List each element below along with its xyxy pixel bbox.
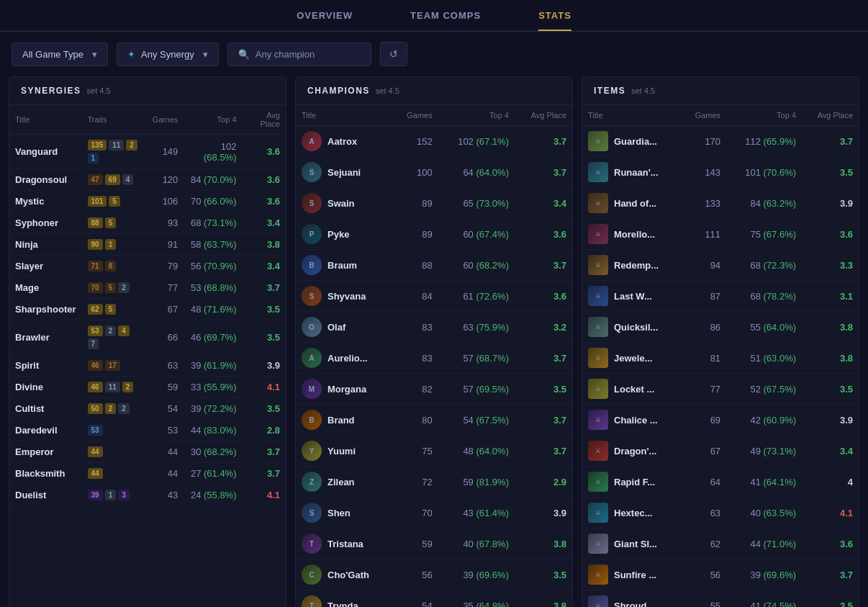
tab-team-comps[interactable]: TEAM COMPS [410,10,481,31]
champion-search[interactable]: 🔍 Any champion [227,42,371,66]
table-row[interactable]: ⚔Locket ...7752 (67.5%)3.5 [582,374,859,405]
table-row[interactable]: Ninja9019158 (63.7%)3.8 [9,234,286,256]
refresh-button[interactable]: ↺ [380,42,407,66]
avg-place: 3.9 [802,405,859,436]
trait-badge: 5 [109,196,120,207]
table-row[interactable]: PPyke8960 (67.4%)3.6 [296,219,572,250]
trait-badge: 7 [88,338,99,349]
item-name: Guardia... [614,136,657,147]
table-row[interactable]: Mystic101510670 (66.0%)3.6 [9,191,286,212]
table-row[interactable]: YYuumi7548 (64.0%)3.7 [296,436,572,467]
games-count: 106 [147,191,184,212]
table-row[interactable]: Dragonsoul4769412084 (70.0%)3.6 [9,169,286,191]
avg-place: 3.7 [515,343,572,374]
trait-badge: 17 [105,360,120,371]
table-row[interactable]: Vanguard1351121149102 (68.5%)3.6 [9,135,286,169]
table-row[interactable]: ⚔Rapid F...6441 (64.1%)4 [582,467,859,498]
item-cell: ⚔Hand of... [588,193,676,213]
avg-place: 3.6 [515,219,572,250]
table-row[interactable]: Brawler532476646 (69.7%)3.5 [9,320,286,355]
table-row[interactable]: ZZilean7259 (81.9%)2.9 [296,467,572,498]
table-row[interactable]: Emperor444430 (68.2%)3.7 [9,441,286,463]
top4-count: 41 (64.1%) [726,467,802,498]
table-row[interactable]: ⚔Morello...11175 (67.6%)3.6 [582,219,859,250]
synergy-name: Spirit [9,355,82,377]
table-row[interactable]: SSejuani10064 (64.0%)3.7 [296,157,572,188]
top4-count: 56 (70.9%) [184,256,242,277]
tab-overview[interactable]: OVERVIEW [297,10,353,31]
item-icon: ⚔ [588,162,608,182]
traits-cell: 47694 [88,174,141,185]
champions-header: CHAMPIONS set 4.5 [296,77,572,105]
table-row[interactable]: Mage70527753 (68.8%)3.7 [9,277,286,299]
table-row[interactable]: BBrand8054 (67.5%)3.7 [296,405,572,436]
table-row[interactable]: ⚔Sunfire ...5639 (69.6%)3.7 [582,559,859,590]
games-count: 84 [393,281,438,312]
table-row[interactable]: CCho'Gath5639 (69.6%)3.5 [296,559,572,590]
table-row[interactable]: SShen7043 (61.4%)3.9 [296,498,572,529]
table-row[interactable]: Divine461125933 (55.9%)4.1 [9,377,286,398]
traits-cell: 53247 [88,325,141,349]
table-row[interactable]: Spirit46176339 (61.9%)3.9 [9,355,286,377]
table-row[interactable]: ⚔Redemp...9468 (72.3%)3.3 [582,250,859,281]
top4-count: 60 (68.2%) [438,250,515,281]
avg-place: 4.1 [243,377,286,398]
top4-count: 49 (73.1%) [726,436,802,467]
trait-badge: 44 [88,468,103,479]
champion-avatar: S [302,193,322,213]
table-row[interactable]: Blacksmith444427 (61.4%)3.7 [9,463,286,485]
table-row[interactable]: OOlaf8363 (75.9%)3.2 [296,312,572,343]
table-row[interactable]: TTristana5940 (67.8%)3.8 [296,529,572,559]
table-row[interactable]: AAatrox152102 (67.1%)3.7 [296,126,572,157]
table-row[interactable]: ⚔Chalice ...6942 (60.9%)3.9 [582,405,859,436]
avg-place: 3.8 [515,529,572,559]
synergy-name: Daredevil [9,420,82,441]
table-row[interactable]: Slayer7187956 (70.9%)3.4 [9,256,286,277]
table-row[interactable]: ⚔Runaan'...143101 (70.6%)3.5 [582,157,859,188]
item-icon: ⚔ [588,472,608,492]
table-row[interactable]: SShyvana8461 (72.6%)3.6 [296,281,572,312]
games-count: 77 [682,374,726,405]
table-row[interactable]: BBraum8860 (68.2%)3.7 [296,250,572,281]
avg-place: 3.5 [515,374,572,405]
avg-place: 3.7 [515,126,572,157]
table-row[interactable]: ⚔Jewele...8151 (63.0%)3.8 [582,343,859,374]
table-row[interactable]: ⚔Giant Sl...6244 (71.0%)3.6 [582,529,859,559]
game-type-dropdown[interactable]: All Game Type ▾ [12,42,108,66]
synergy-star-icon: ✦ [127,49,135,60]
table-row[interactable]: ⚔Hand of...13384 (63.2%)3.9 [582,188,859,219]
top4-count: 55 (64.0%) [726,312,802,343]
table-row[interactable]: ⚔Dragon'...6749 (73.1%)3.4 [582,436,859,467]
table-row[interactable]: ⚔Shroud ...5541 (74.5%)3.5 [582,590,859,608]
table-row[interactable]: ⚔Hextec...6340 (63.5%)4.1 [582,498,859,529]
champion-avatar: S [302,503,322,523]
table-row[interactable]: Cultist50225439 (72.2%)3.5 [9,398,286,420]
trait-badge: 53 [88,325,103,336]
synergy-name: Syphoner [9,212,82,234]
table-row[interactable]: AAurelio...8357 (68.7%)3.7 [296,343,572,374]
table-row[interactable]: SSwain8965 (73.0%)3.4 [296,188,572,219]
tab-stats[interactable]: STATS [538,10,571,31]
table-row[interactable]: Daredevil535344 (83.0%)2.8 [9,420,286,441]
item-icon: ⚔ [588,348,608,368]
main-content: SYNERGIES set 4.5 Title Traits Games Top… [0,76,868,607]
table-row[interactable]: Sharpshooter6256748 (71.6%)3.5 [9,299,286,320]
table-row[interactable]: ⚔Guardia...170112 (65.9%)3.7 [582,126,859,157]
avg-place: 3.8 [243,234,286,256]
synergy-dropdown[interactable]: ✦ Any Synergy ▾ [117,42,219,66]
table-row[interactable]: TTrynda...5435 (64.8%)3.8 [296,590,572,608]
avg-place: 2.8 [243,420,286,441]
top4-count: 44 (83.0%) [184,420,242,441]
synergy-name: Brawler [9,320,82,355]
table-row[interactable]: Syphoner8859368 (73.1%)3.4 [9,212,286,234]
table-row[interactable]: Duelist39134324 (55.8%)4.1 [9,485,286,506]
avg-place: 3.6 [243,191,286,212]
table-row[interactable]: ⚔Last W...8768 (78.2%)3.1 [582,281,859,312]
table-row[interactable]: ⚔Quicksil...8655 (64.0%)3.8 [582,312,859,343]
champion-placeholder: Any champion [256,49,315,60]
table-row[interactable]: MMorgana8257 (69.5%)3.5 [296,374,572,405]
top4-count: 39 (72.2%) [184,398,242,420]
champion-name: Brand [327,415,355,426]
avg-place: 2.9 [515,467,572,498]
top4-count: 59 (81.9%) [438,467,515,498]
